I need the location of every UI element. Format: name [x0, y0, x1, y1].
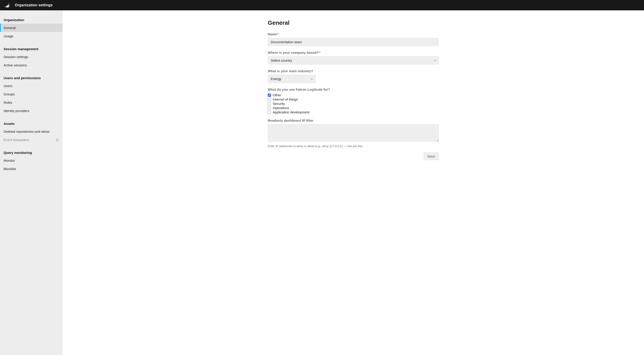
sidebar-item-monitor[interactable]: Monitor	[0, 156, 62, 165]
usecase-iot[interactable]: Internet of things	[268, 97, 439, 101]
usecase-checkbox[interactable]	[268, 102, 271, 105]
sidebar-heading: Assets	[0, 120, 62, 127]
sidebar-heading: Query monitoring	[0, 149, 62, 156]
usecase-label-text: Security	[273, 102, 285, 105]
usecase-checkbox[interactable]	[268, 98, 271, 101]
country-select[interactable]: Select country	[268, 56, 439, 64]
name-label: Name*	[268, 32, 439, 36]
sidebar-item-label: Identity providers	[4, 109, 29, 113]
sidebar-item-label: Monitor	[4, 159, 15, 162]
page-header-title: Organization settings	[15, 3, 53, 7]
sidebar-item-label: Event forwarders	[4, 138, 29, 142]
required-indicator: *	[278, 32, 279, 36]
ipfilter-label: Readonly dashboard IP filter	[268, 119, 439, 122]
sidebar-item-label: Groups	[4, 92, 15, 96]
sidebar-item-identity-providers[interactable]: Identity providers	[0, 107, 62, 115]
sidebar-item-label: Blocklist	[4, 167, 16, 171]
name-label-text: Name	[268, 32, 277, 36]
usecase-security[interactable]: Security	[268, 102, 439, 105]
sidebar-section-users-permissions: Users and permissions Users Groups Roles…	[0, 74, 62, 115]
svg-rect-0	[56, 140, 58, 141]
usecase-checkbox[interactable]	[268, 111, 271, 114]
page-title: General	[268, 19, 439, 26]
sidebar-item-active-sessions[interactable]: Active sessions	[0, 61, 62, 69]
main-layout: Organization General Usage Session manag…	[0, 10, 644, 355]
sidebar-item-label: Roles	[4, 101, 12, 104]
sidebar-item-label: Session settings	[4, 55, 28, 59]
usecase-label-text: Operations	[273, 106, 289, 110]
usecase-appdev[interactable]: Application development	[268, 110, 439, 114]
sidebar-section-organization: Organization General Usage	[0, 16, 62, 40]
lock-icon	[56, 138, 59, 142]
form-actions: Save	[268, 152, 439, 160]
topbar: Organization settings	[0, 0, 644, 10]
sidebar-section-assets: Assets Deleted repositories and views Ev…	[0, 120, 62, 144]
country-select-wrap: Select country	[268, 56, 439, 64]
ipfilter-textarea[interactable]	[268, 124, 439, 142]
form-group-industry: What is your main industry? Energy	[268, 69, 439, 83]
usecase-checklist: Other Internet of things Security Operat…	[268, 93, 439, 114]
crowdstrike-logo-icon	[4, 2, 11, 8]
usecase-label-text: Other	[273, 93, 281, 97]
sidebar-item-users[interactable]: Users	[0, 82, 62, 90]
industry-select[interactable]: Energy	[268, 75, 316, 83]
sidebar-item-label: Users	[4, 84, 12, 88]
industry-label: What is your main industry?	[268, 69, 439, 73]
usecase-checkbox[interactable]	[268, 94, 271, 97]
sidebar-item-label: Active sessions	[4, 63, 27, 67]
sidebar-item-groups[interactable]: Groups	[0, 90, 62, 98]
sidebar-heading: Organization	[0, 16, 62, 24]
sidebar-item-blocklist[interactable]: Blocklist	[0, 165, 62, 173]
sidebar-item-label: General	[4, 26, 16, 30]
ipfilter-help-text: Enter IP addresses to deny or allow (e.g…	[268, 144, 439, 148]
form-group-name: Name*	[268, 32, 439, 46]
sidebar-item-deleted-repositories[interactable]: Deleted repositories and views	[0, 127, 62, 136]
sidebar-heading: Session management	[0, 45, 62, 53]
required-indicator: *	[319, 51, 320, 54]
sidebar-section-session-management: Session management Session settings Acti…	[0, 45, 62, 69]
sidebar-section-query-monitoring: Query monitoring Monitor Blocklist	[0, 149, 62, 173]
form-group-ipfilter: Readonly dashboard IP filter Enter IP ad…	[268, 119, 439, 148]
industry-select-wrap: Energy	[268, 75, 316, 83]
usecase-operations[interactable]: Operations	[268, 106, 439, 110]
content-inner: General Name* Where is your company base…	[268, 19, 439, 160]
country-label-text: Where is your company based?	[268, 51, 318, 54]
country-label: Where is your company based?*	[268, 51, 439, 54]
usecase-checkbox[interactable]	[268, 106, 271, 110]
usecase-other[interactable]: Other	[268, 93, 439, 97]
save-button[interactable]: Save	[424, 152, 439, 160]
sidebar-item-label: Deleted repositories and views	[4, 130, 50, 133]
sidebar: Organization General Usage Session manag…	[0, 10, 62, 355]
content-area: General Name* Where is your company base…	[62, 10, 644, 355]
form-group-country: Where is your company based?* Select cou…	[268, 51, 439, 64]
sidebar-item-label: Usage	[4, 34, 13, 38]
sidebar-item-roles[interactable]: Roles	[0, 98, 62, 107]
sidebar-item-usage[interactable]: Usage	[0, 32, 62, 40]
sidebar-item-session-settings[interactable]: Session settings	[0, 53, 62, 61]
sidebar-heading: Users and permissions	[0, 74, 62, 82]
sidebar-item-event-forwarders[interactable]: Event forwarders	[0, 136, 62, 144]
name-input[interactable]	[268, 38, 439, 46]
usecase-label-text: Internet of things	[273, 97, 298, 101]
sidebar-item-general[interactable]: General	[0, 24, 62, 32]
usecase-label-text: Application development	[273, 110, 310, 114]
form-group-usecases: What do you use Falcon LogScale for? Oth…	[268, 87, 439, 114]
usecase-label: What do you use Falcon LogScale for?	[268, 87, 439, 91]
